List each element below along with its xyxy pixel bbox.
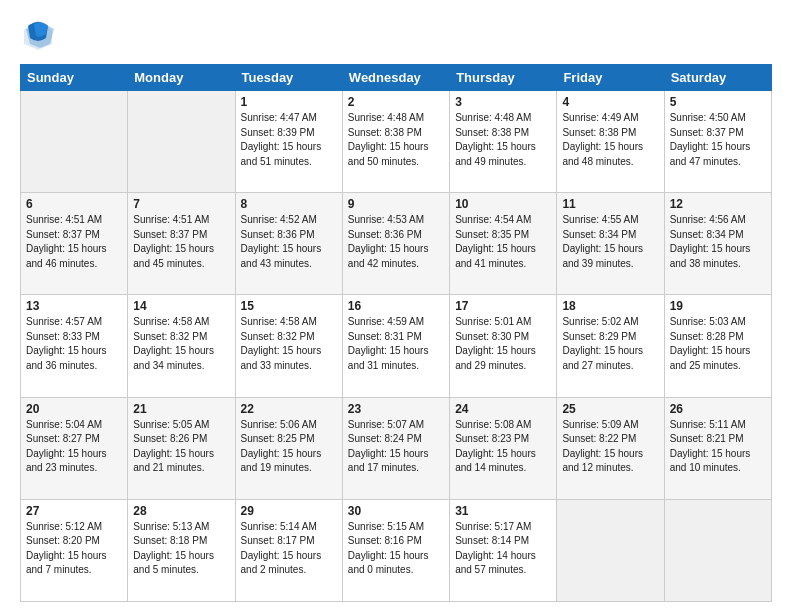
calendar-cell: 29Sunrise: 5:14 AM Sunset: 8:17 PM Dayli…	[235, 499, 342, 601]
calendar-table: SundayMondayTuesdayWednesdayThursdayFrid…	[20, 64, 772, 602]
calendar-cell: 27Sunrise: 5:12 AM Sunset: 8:20 PM Dayli…	[21, 499, 128, 601]
day-info: Sunrise: 4:51 AM Sunset: 8:37 PM Dayligh…	[26, 213, 122, 271]
day-number: 28	[133, 504, 229, 518]
weekday-header-saturday: Saturday	[664, 65, 771, 91]
day-number: 7	[133, 197, 229, 211]
calendar-week-row: 20Sunrise: 5:04 AM Sunset: 8:27 PM Dayli…	[21, 397, 772, 499]
calendar-cell: 1Sunrise: 4:47 AM Sunset: 8:39 PM Daylig…	[235, 91, 342, 193]
day-info: Sunrise: 5:06 AM Sunset: 8:25 PM Dayligh…	[241, 418, 337, 476]
day-number: 20	[26, 402, 122, 416]
day-info: Sunrise: 5:17 AM Sunset: 8:14 PM Dayligh…	[455, 520, 551, 578]
day-number: 21	[133, 402, 229, 416]
day-info: Sunrise: 4:58 AM Sunset: 8:32 PM Dayligh…	[133, 315, 229, 373]
day-info: Sunrise: 4:52 AM Sunset: 8:36 PM Dayligh…	[241, 213, 337, 271]
calendar-cell: 12Sunrise: 4:56 AM Sunset: 8:34 PM Dayli…	[664, 193, 771, 295]
weekday-header-sunday: Sunday	[21, 65, 128, 91]
day-info: Sunrise: 4:58 AM Sunset: 8:32 PM Dayligh…	[241, 315, 337, 373]
calendar-body: 1Sunrise: 4:47 AM Sunset: 8:39 PM Daylig…	[21, 91, 772, 602]
logo-icon	[20, 16, 56, 52]
calendar-cell: 9Sunrise: 4:53 AM Sunset: 8:36 PM Daylig…	[342, 193, 449, 295]
calendar-week-row: 27Sunrise: 5:12 AM Sunset: 8:20 PM Dayli…	[21, 499, 772, 601]
day-info: Sunrise: 4:53 AM Sunset: 8:36 PM Dayligh…	[348, 213, 444, 271]
header	[20, 16, 772, 56]
calendar-cell: 31Sunrise: 5:17 AM Sunset: 8:14 PM Dayli…	[450, 499, 557, 601]
day-info: Sunrise: 5:04 AM Sunset: 8:27 PM Dayligh…	[26, 418, 122, 476]
day-number: 10	[455, 197, 551, 211]
day-info: Sunrise: 4:50 AM Sunset: 8:37 PM Dayligh…	[670, 111, 766, 169]
calendar-cell: 13Sunrise: 4:57 AM Sunset: 8:33 PM Dayli…	[21, 295, 128, 397]
day-number: 25	[562, 402, 658, 416]
day-info: Sunrise: 4:47 AM Sunset: 8:39 PM Dayligh…	[241, 111, 337, 169]
day-info: Sunrise: 4:56 AM Sunset: 8:34 PM Dayligh…	[670, 213, 766, 271]
day-number: 17	[455, 299, 551, 313]
day-number: 1	[241, 95, 337, 109]
day-number: 9	[348, 197, 444, 211]
day-number: 5	[670, 95, 766, 109]
day-info: Sunrise: 4:51 AM Sunset: 8:37 PM Dayligh…	[133, 213, 229, 271]
day-info: Sunrise: 5:15 AM Sunset: 8:16 PM Dayligh…	[348, 520, 444, 578]
calendar-week-row: 6Sunrise: 4:51 AM Sunset: 8:37 PM Daylig…	[21, 193, 772, 295]
calendar-cell: 26Sunrise: 5:11 AM Sunset: 8:21 PM Dayli…	[664, 397, 771, 499]
day-info: Sunrise: 5:13 AM Sunset: 8:18 PM Dayligh…	[133, 520, 229, 578]
day-number: 12	[670, 197, 766, 211]
calendar-cell: 24Sunrise: 5:08 AM Sunset: 8:23 PM Dayli…	[450, 397, 557, 499]
day-number: 31	[455, 504, 551, 518]
day-info: Sunrise: 4:54 AM Sunset: 8:35 PM Dayligh…	[455, 213, 551, 271]
calendar-cell: 16Sunrise: 4:59 AM Sunset: 8:31 PM Dayli…	[342, 295, 449, 397]
weekday-header-monday: Monday	[128, 65, 235, 91]
day-info: Sunrise: 5:12 AM Sunset: 8:20 PM Dayligh…	[26, 520, 122, 578]
day-info: Sunrise: 4:55 AM Sunset: 8:34 PM Dayligh…	[562, 213, 658, 271]
calendar-header: SundayMondayTuesdayWednesdayThursdayFrid…	[21, 65, 772, 91]
day-info: Sunrise: 5:03 AM Sunset: 8:28 PM Dayligh…	[670, 315, 766, 373]
day-number: 27	[26, 504, 122, 518]
page: SundayMondayTuesdayWednesdayThursdayFrid…	[0, 0, 792, 612]
day-info: Sunrise: 5:09 AM Sunset: 8:22 PM Dayligh…	[562, 418, 658, 476]
day-info: Sunrise: 4:49 AM Sunset: 8:38 PM Dayligh…	[562, 111, 658, 169]
calendar-cell: 30Sunrise: 5:15 AM Sunset: 8:16 PM Dayli…	[342, 499, 449, 601]
day-number: 29	[241, 504, 337, 518]
day-number: 13	[26, 299, 122, 313]
calendar-cell: 18Sunrise: 5:02 AM Sunset: 8:29 PM Dayli…	[557, 295, 664, 397]
day-info: Sunrise: 5:02 AM Sunset: 8:29 PM Dayligh…	[562, 315, 658, 373]
calendar-cell: 8Sunrise: 4:52 AM Sunset: 8:36 PM Daylig…	[235, 193, 342, 295]
day-number: 15	[241, 299, 337, 313]
day-info: Sunrise: 5:11 AM Sunset: 8:21 PM Dayligh…	[670, 418, 766, 476]
calendar-cell: 3Sunrise: 4:48 AM Sunset: 8:38 PM Daylig…	[450, 91, 557, 193]
calendar-cell: 14Sunrise: 4:58 AM Sunset: 8:32 PM Dayli…	[128, 295, 235, 397]
day-info: Sunrise: 5:01 AM Sunset: 8:30 PM Dayligh…	[455, 315, 551, 373]
day-info: Sunrise: 5:05 AM Sunset: 8:26 PM Dayligh…	[133, 418, 229, 476]
day-info: Sunrise: 4:48 AM Sunset: 8:38 PM Dayligh…	[455, 111, 551, 169]
day-number: 18	[562, 299, 658, 313]
logo	[20, 16, 60, 56]
day-number: 22	[241, 402, 337, 416]
calendar-cell: 23Sunrise: 5:07 AM Sunset: 8:24 PM Dayli…	[342, 397, 449, 499]
weekday-header-wednesday: Wednesday	[342, 65, 449, 91]
calendar-cell: 17Sunrise: 5:01 AM Sunset: 8:30 PM Dayli…	[450, 295, 557, 397]
day-number: 8	[241, 197, 337, 211]
day-number: 26	[670, 402, 766, 416]
day-number: 2	[348, 95, 444, 109]
weekday-header-thursday: Thursday	[450, 65, 557, 91]
calendar-cell: 15Sunrise: 4:58 AM Sunset: 8:32 PM Dayli…	[235, 295, 342, 397]
calendar-cell: 19Sunrise: 5:03 AM Sunset: 8:28 PM Dayli…	[664, 295, 771, 397]
calendar-cell	[664, 499, 771, 601]
calendar-cell	[21, 91, 128, 193]
day-info: Sunrise: 4:48 AM Sunset: 8:38 PM Dayligh…	[348, 111, 444, 169]
day-number: 19	[670, 299, 766, 313]
calendar-week-row: 1Sunrise: 4:47 AM Sunset: 8:39 PM Daylig…	[21, 91, 772, 193]
day-info: Sunrise: 4:59 AM Sunset: 8:31 PM Dayligh…	[348, 315, 444, 373]
day-number: 16	[348, 299, 444, 313]
day-number: 11	[562, 197, 658, 211]
calendar-week-row: 13Sunrise: 4:57 AM Sunset: 8:33 PM Dayli…	[21, 295, 772, 397]
weekday-header-friday: Friday	[557, 65, 664, 91]
calendar-cell: 4Sunrise: 4:49 AM Sunset: 8:38 PM Daylig…	[557, 91, 664, 193]
day-info: Sunrise: 5:14 AM Sunset: 8:17 PM Dayligh…	[241, 520, 337, 578]
calendar-cell	[128, 91, 235, 193]
calendar-cell: 10Sunrise: 4:54 AM Sunset: 8:35 PM Dayli…	[450, 193, 557, 295]
weekday-header-tuesday: Tuesday	[235, 65, 342, 91]
calendar-cell: 22Sunrise: 5:06 AM Sunset: 8:25 PM Dayli…	[235, 397, 342, 499]
day-number: 24	[455, 402, 551, 416]
weekday-header-row: SundayMondayTuesdayWednesdayThursdayFrid…	[21, 65, 772, 91]
day-number: 14	[133, 299, 229, 313]
calendar-cell: 28Sunrise: 5:13 AM Sunset: 8:18 PM Dayli…	[128, 499, 235, 601]
